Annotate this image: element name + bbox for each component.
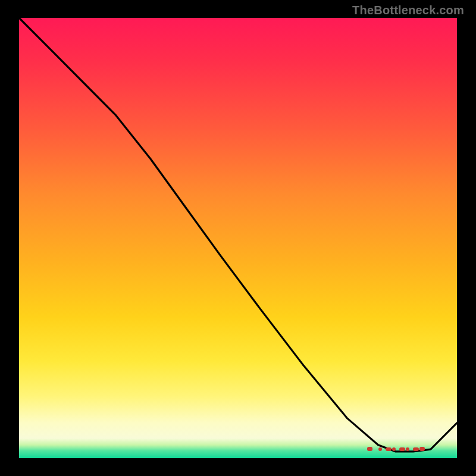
bottleneck-curve <box>19 18 457 458</box>
curve-path <box>19 18 457 452</box>
chart-stage: TheBottleneck.com <box>0 0 476 476</box>
plot-area <box>19 18 457 458</box>
valley-dash-marker <box>19 445 457 451</box>
watermark-text: TheBottleneck.com <box>352 4 464 17</box>
